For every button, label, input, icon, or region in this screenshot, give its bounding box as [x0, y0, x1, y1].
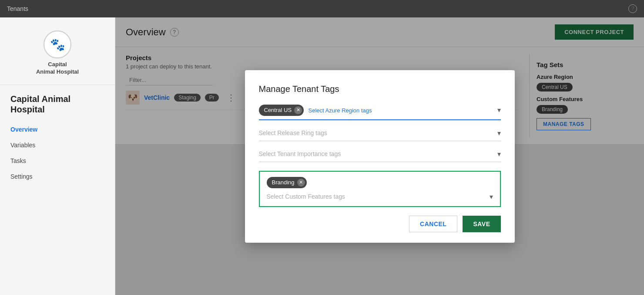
release-ring-row: Select Release Ring tags ▾: [259, 129, 501, 137]
custom-features-placeholder: Select Custom Features tags: [267, 193, 345, 200]
sidebar-item-settings[interactable]: Settings: [0, 169, 115, 184]
branding-label: Branding: [272, 179, 295, 186]
logo-subtitle: CapitalAnimal Hospital: [36, 61, 79, 76]
help-icon[interactable]: ?: [628, 4, 637, 13]
azure-region-dropdown-arrow[interactable]: ▾: [497, 106, 501, 114]
custom-features-field: Branding ✕ Select Custom Features tags ▾: [259, 171, 501, 207]
logo-emoji: 🐾: [50, 37, 65, 52]
content-area: Overview ? CONNECT PROJECT Projects 1 pr…: [115, 17, 644, 295]
release-ring-field: Select Release Ring tags ▾: [259, 129, 501, 141]
manage-tags-modal: Manage Tenant Tags Central US ✕ Select A…: [245, 70, 515, 243]
branding-remove-button[interactable]: ✕: [297, 179, 305, 186]
modal-title: Manage Tenant Tags: [259, 84, 501, 94]
top-bar: Tenants ?: [0, 0, 644, 17]
central-us-remove-button[interactable]: ✕: [294, 106, 302, 114]
branding-chip: Branding ✕: [267, 177, 307, 188]
modal-footer: CANCEL SAVE: [259, 216, 501, 232]
app-title: Tenants: [7, 5, 28, 12]
release-ring-placeholder: Select Release Ring tags: [259, 129, 327, 136]
central-us-chip: Central US ✕: [259, 105, 304, 116]
save-button[interactable]: SAVE: [463, 216, 500, 232]
org-name: Capital Animal Hospital: [0, 89, 115, 122]
sidebar: 🐾 CapitalAnimal Hospital Capital Animal …: [0, 17, 115, 295]
sidebar-item-variables[interactable]: Variables: [0, 137, 115, 153]
release-ring-dropdown-arrow[interactable]: ▾: [497, 129, 501, 137]
central-us-label: Central US: [264, 107, 292, 113]
tenant-importance-dropdown-arrow[interactable]: ▾: [497, 150, 501, 158]
sidebar-item-overview[interactable]: Overview: [0, 122, 115, 137]
azure-region-row: Central US ✕ Select Azure Region tags ▾: [259, 105, 501, 116]
tenant-importance-row: Select Tenant Importance tags ▾: [259, 150, 501, 158]
sidebar-item-tasks[interactable]: Tasks: [0, 153, 115, 169]
custom-features-dropdown-arrow[interactable]: ▾: [490, 193, 493, 201]
cancel-button[interactable]: CANCEL: [409, 216, 457, 232]
custom-features-chips: Branding ✕: [267, 177, 493, 188]
tenant-importance-placeholder: Select Tenant Importance tags: [259, 150, 341, 157]
azure-region-field: Central US ✕ Select Azure Region tags ▾: [259, 105, 501, 120]
azure-region-chips: Central US ✕ Select Azure Region tags: [259, 105, 372, 116]
select-azure-link[interactable]: Select Azure Region tags: [309, 107, 372, 113]
custom-features-row: Select Custom Features tags ▾: [267, 193, 493, 201]
modal-overlay: Manage Tenant Tags Central US ✕ Select A…: [115, 17, 644, 295]
main-layout: 🐾 CapitalAnimal Hospital Capital Animal …: [0, 17, 644, 295]
logo-circle: 🐾: [44, 31, 71, 58]
sidebar-logo: 🐾 CapitalAnimal Hospital: [0, 26, 115, 85]
tenant-importance-field: Select Tenant Importance tags ▾: [259, 150, 501, 162]
